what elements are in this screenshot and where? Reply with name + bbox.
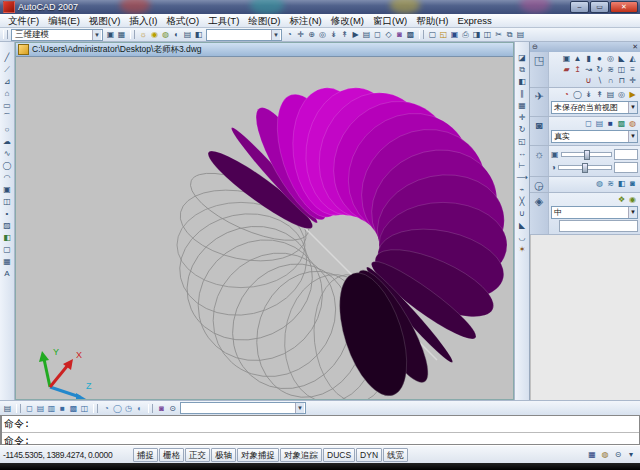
stretch-icon[interactable]: ↔ bbox=[516, 148, 528, 160]
copy-clip-icon[interactable]: ⧉ bbox=[504, 29, 515, 40]
extend-icon[interactable]: ⟶ bbox=[516, 172, 528, 184]
iso-view-icon[interactable]: ◇ bbox=[383, 29, 394, 40]
move-icon[interactable]: ✛ bbox=[516, 112, 528, 124]
material-dropdown[interactable]: 中 ▼ bbox=[551, 206, 638, 219]
save-workspace-icon[interactable]: ▦ bbox=[116, 29, 127, 40]
publish-icon[interactable]: ◫ bbox=[482, 29, 493, 40]
torus-icon[interactable]: ◎ bbox=[605, 53, 616, 64]
walk-icon[interactable]: ↡ bbox=[328, 29, 339, 40]
rectangle-icon[interactable]: ▭ bbox=[1, 100, 13, 112]
sweep-icon[interactable]: ↝ bbox=[583, 64, 594, 75]
3d-move-icon[interactable]: ✛ bbox=[627, 75, 638, 86]
distant-light-icon[interactable]: ◐ bbox=[171, 29, 182, 40]
revolve-icon[interactable]: ↻ bbox=[594, 64, 605, 75]
array-icon[interactable]: ▦ bbox=[516, 100, 528, 112]
construction-line-icon[interactable]: ⟋ bbox=[1, 64, 13, 76]
toolbar-lock-icon[interactable]: ⊝ bbox=[612, 449, 624, 460]
arc-icon[interactable]: ⌒ bbox=[1, 112, 13, 124]
material-search-input[interactable] bbox=[559, 220, 638, 232]
plot-preview-icon[interactable]: ◨ bbox=[471, 29, 482, 40]
paste-clip-icon[interactable]: ▤ bbox=[515, 29, 526, 40]
named-view-dropdown[interactable]: 未保存的当前视图 ▼ bbox=[551, 101, 638, 114]
status-toggle-8[interactable]: 线宽 bbox=[383, 448, 408, 462]
menu-item-2[interactable]: 视图(V) bbox=[85, 15, 125, 27]
menu-item-6[interactable]: 绘图(D) bbox=[244, 15, 284, 27]
fillet-icon[interactable]: ◡ bbox=[516, 232, 528, 244]
render-icon[interactable]: ◙ bbox=[156, 403, 167, 414]
status-toggle-7[interactable]: DYN bbox=[356, 448, 382, 462]
workspace-dropdown[interactable]: 三维建模 ▼ bbox=[11, 29, 103, 41]
constrained-orbit-icon[interactable]: ◔ bbox=[101, 403, 112, 414]
fly-icon[interactable]: ↟ bbox=[339, 29, 350, 40]
menu-item-10[interactable]: 帮助(H) bbox=[412, 15, 452, 27]
3d-make-panel-icon[interactable]: ◳ bbox=[530, 52, 549, 87]
materials-editor-icon[interactable]: ❖ bbox=[616, 194, 627, 205]
menu-item-11[interactable]: Express bbox=[453, 15, 495, 27]
materials-dropdown[interactable]: ▼ bbox=[206, 29, 282, 41]
sphere-icon[interactable]: ● bbox=[594, 53, 605, 64]
rotate-icon[interactable]: ↻ bbox=[516, 124, 528, 136]
materials-panel-icon[interactable]: ◈ bbox=[530, 193, 549, 234]
thicken-icon[interactable]: ≡ bbox=[627, 64, 638, 75]
workspace-settings-icon[interactable]: ▣ bbox=[105, 29, 116, 40]
walk-icon[interactable]: ↡ bbox=[583, 89, 594, 100]
erase-icon[interactable]: ◪ bbox=[516, 52, 528, 64]
menu-item-9[interactable]: 窗口(W) bbox=[369, 15, 411, 27]
conceptual-icon[interactable]: ▩ bbox=[68, 403, 79, 414]
region-icon[interactable]: ▢ bbox=[1, 244, 13, 256]
toolbar-grip[interactable] bbox=[419, 30, 424, 39]
2d-wireframe-icon[interactable]: ◻ bbox=[24, 403, 35, 414]
box-icon[interactable]: ▣ bbox=[561, 53, 572, 64]
document-title-bar[interactable]: C:\Users\Administrator\Desktop\老师杯3.dwg bbox=[16, 43, 513, 57]
intersect-icon[interactable]: ∩ bbox=[605, 75, 616, 86]
make-block-icon[interactable]: ◫ bbox=[1, 196, 13, 208]
hatch-icon[interactable]: ▨ bbox=[1, 220, 13, 232]
spotlight-icon[interactable]: ◍ bbox=[160, 29, 171, 40]
fly-icon[interactable]: ↟ bbox=[594, 89, 605, 100]
open-icon[interactable]: ◱ bbox=[438, 29, 449, 40]
status-toggle-5[interactable]: 对象追踪 bbox=[280, 448, 322, 462]
polysolid-icon[interactable]: ▰ bbox=[561, 64, 572, 75]
visual-styles-manager-icon[interactable]: ◫ bbox=[79, 403, 90, 414]
subtract-icon[interactable]: ∖ bbox=[594, 75, 605, 86]
render-window-icon[interactable]: ▤ bbox=[2, 403, 13, 414]
line-icon[interactable]: ╱ bbox=[1, 52, 13, 64]
join-icon[interactable]: ∪ bbox=[516, 208, 528, 220]
contrast-slider[interactable]: ◑ bbox=[551, 162, 638, 173]
model-space-toggle-icon[interactable]: ▦ bbox=[586, 449, 598, 460]
show-motion-icon[interactable]: ▶ bbox=[627, 89, 638, 100]
toolbar-grip[interactable] bbox=[16, 404, 21, 413]
pan-icon[interactable]: ✛ bbox=[295, 29, 306, 40]
status-menu-icon[interactable]: ▾ bbox=[625, 449, 637, 460]
extrude-icon[interactable]: ↥ bbox=[572, 64, 583, 75]
render-quick-icon[interactable]: ◙ bbox=[394, 29, 405, 40]
toolbar-grip[interactable] bbox=[148, 404, 153, 413]
trim-icon[interactable]: ⊢ bbox=[516, 160, 528, 172]
conceptual-icon[interactable]: ▩ bbox=[616, 118, 627, 129]
menu-item-3[interactable]: 插入(I) bbox=[125, 15, 161, 27]
spline-icon[interactable]: ∿ bbox=[1, 148, 13, 160]
render-panel-icon[interactable]: ◶ bbox=[530, 177, 549, 192]
communication-center-icon[interactable]: ◍ bbox=[599, 449, 611, 460]
save-icon[interactable]: ▣ bbox=[449, 29, 460, 40]
copy-icon[interactable]: ⧉ bbox=[516, 64, 528, 76]
3d-hidden-icon[interactable]: ▥ bbox=[46, 403, 57, 414]
cut-icon[interactable]: ✂ bbox=[493, 29, 504, 40]
pyramid-icon[interactable]: ◭ bbox=[627, 53, 638, 64]
cone-icon[interactable]: ▲ bbox=[572, 53, 583, 64]
render-preset-dropdown[interactable]: ▼ bbox=[180, 402, 306, 414]
3d-hidden-icon[interactable]: ▤ bbox=[594, 118, 605, 129]
break-icon[interactable]: ╳ bbox=[516, 196, 528, 208]
multiline-text-icon[interactable]: A bbox=[1, 268, 13, 280]
status-toggle-0[interactable]: 捕捉 bbox=[133, 448, 158, 462]
fog-icon[interactable]: ≋ bbox=[605, 178, 616, 189]
maximize-button[interactable]: ▭ bbox=[590, 1, 609, 13]
revision-cloud-icon[interactable]: ☁ bbox=[1, 136, 13, 148]
camera-icon[interactable]: ◎ bbox=[317, 29, 328, 40]
ellipse-arc-icon[interactable]: ◠ bbox=[1, 172, 13, 184]
union-icon[interactable]: ∪ bbox=[583, 75, 594, 86]
table-icon[interactable]: ▦ bbox=[1, 256, 13, 268]
animation-icon[interactable]: ▶ bbox=[350, 29, 361, 40]
3d-wireframe-icon[interactable]: ▤ bbox=[35, 403, 46, 414]
attach-material-icon[interactable]: ◉ bbox=[627, 194, 638, 205]
